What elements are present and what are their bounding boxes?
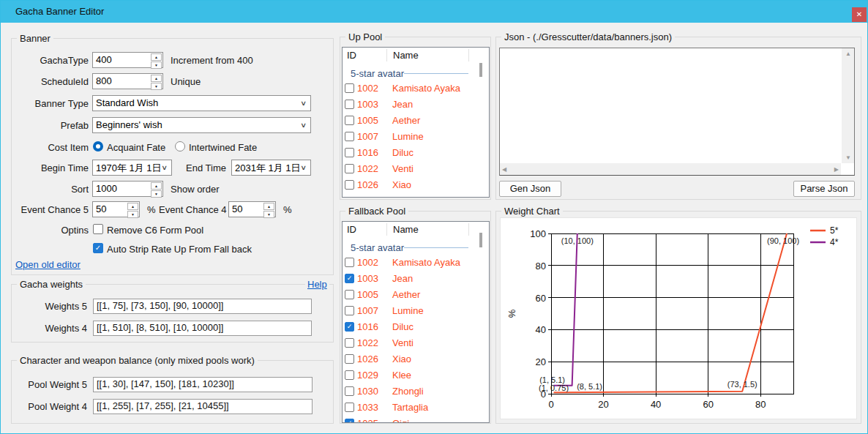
list-item[interactable]: ✓1016Diluc: [343, 319, 483, 335]
sort-hint: Show order: [171, 184, 219, 195]
intertwined-fate-radio[interactable]: [175, 141, 185, 151]
help-link[interactable]: Help: [305, 279, 329, 290]
weights-5-input[interactable]: [[1, 75], [73, 150], [90, 10000]]: [93, 299, 312, 314]
spinner-up-icon[interactable]: ▲: [151, 75, 162, 82]
sort-input[interactable]: 1000 ▲▼: [92, 181, 163, 197]
row-checkbox[interactable]: [345, 386, 354, 396]
list-item[interactable]: 1022Venti: [343, 161, 483, 177]
list-item[interactable]: 1026Xiao: [343, 351, 483, 367]
end-time-label: End Time: [176, 162, 226, 173]
row-checkbox[interactable]: [345, 403, 354, 412]
list-item[interactable]: ✓1035Qiqi: [343, 416, 483, 422]
weights-5-label: Weights 5: [11, 301, 87, 312]
list-item[interactable]: 1007Lumine: [343, 129, 483, 145]
gachatype-input[interactable]: 400 ▲▼: [92, 52, 163, 68]
event-chance-4-label: Event Chance 4: [159, 204, 225, 215]
svg-text:4*: 4*: [830, 237, 839, 247]
row-checkbox[interactable]: [345, 132, 354, 141]
row-checkbox[interactable]: [345, 83, 354, 93]
row-checkbox[interactable]: ✓: [345, 419, 354, 422]
vertical-scrollbar[interactable]: ▲ ▼: [842, 48, 854, 163]
weights-4-label: Weights 4: [11, 323, 87, 334]
acquaint-fate-radio[interactable]: [93, 141, 103, 151]
row-checkbox[interactable]: ✓: [345, 322, 354, 332]
row-checkbox[interactable]: [345, 370, 354, 380]
weight-chart-group-label: Weight Chart: [501, 206, 563, 217]
row-name: Xiao: [392, 353, 411, 364]
list-item[interactable]: 1007Lumine: [343, 303, 483, 319]
weight-chart: 020406080020406080100%5*4*(10, 100)(90, …: [501, 218, 858, 420]
list-item[interactable]: 1029Klee: [343, 367, 483, 384]
scroll-up-icon[interactable]: ▲: [845, 50, 851, 57]
begin-time-picker[interactable]: 1970年 1月 1日 ∨: [92, 160, 172, 176]
spinner-down-icon[interactable]: ▼: [127, 211, 138, 218]
list-item[interactable]: 1033Tartaglia: [343, 400, 483, 416]
scroll-left-icon[interactable]: ◀: [502, 166, 506, 173]
list-item[interactable]: ✓1003Jean: [343, 271, 483, 287]
scheduleid-input[interactable]: 800 ▲▼: [92, 73, 163, 89]
row-name: Aether: [392, 289, 420, 300]
close-button[interactable]: ✕: [852, 7, 867, 22]
scheduleid-value: 800: [96, 75, 112, 86]
weights-4-input[interactable]: [[1, 510], [8, 510], [10, 10000]]: [93, 321, 312, 336]
spinner-up-icon[interactable]: ▲: [127, 203, 138, 210]
end-time-picker[interactable]: 2031年 1月 1日 ∨: [231, 160, 311, 176]
fallback-pool-list[interactable]: ID Name 5-star avatar 1002Kamisato Ayaka…: [342, 221, 490, 423]
banner-type-label: Banner Type: [11, 98, 89, 109]
banner-type-select[interactable]: Standard Wish ∨: [92, 95, 311, 111]
event-chance-5-input[interactable]: 50 ▲▼: [92, 201, 140, 217]
up-pool-list[interactable]: ID Name 5-star avatar 1002Kamisato Ayaka…: [342, 47, 490, 198]
svg-text:(8, 5.1): (8, 5.1): [577, 382, 602, 391]
row-name: Lumine: [392, 131, 424, 142]
prefab-label: Prefab: [11, 120, 89, 131]
row-checkbox[interactable]: [345, 258, 354, 267]
spinner-down-icon[interactable]: ▼: [263, 211, 274, 218]
list-item[interactable]: 1005Aether: [343, 287, 483, 303]
remove-c6-checkbox[interactable]: [93, 224, 103, 234]
json-textarea[interactable]: [500, 48, 842, 163]
list-item[interactable]: 1003Jean: [343, 97, 483, 113]
svg-text:(10, 100): (10, 100): [561, 236, 594, 245]
row-checkbox[interactable]: [345, 354, 354, 364]
list-item[interactable]: 1026Xiao: [343, 177, 483, 193]
row-checkbox[interactable]: ✓: [345, 274, 354, 283]
gachatype-value: 400: [96, 54, 112, 65]
spinner-up-icon[interactable]: ▲: [151, 182, 162, 190]
row-checkbox[interactable]: [345, 116, 354, 125]
spinner-up-icon[interactable]: ▲: [151, 53, 162, 61]
row-checkbox[interactable]: [345, 180, 354, 190]
row-checkbox[interactable]: [345, 100, 354, 109]
list-item[interactable]: 1002Kamisato Ayaka: [343, 81, 483, 97]
spinner-down-icon[interactable]: ▼: [151, 61, 162, 69]
spinner-up-icon[interactable]: ▲: [263, 203, 274, 210]
row-checkbox[interactable]: [345, 148, 354, 157]
spinner-down-icon[interactable]: ▼: [151, 83, 162, 90]
horizontal-scrollbar[interactable]: ◀ ▶: [500, 163, 841, 175]
gen-json-button[interactable]: Gen Json: [499, 181, 561, 197]
titlebar[interactable]: Gacha Banner Editor ✕: [1, 1, 868, 23]
row-checkbox[interactable]: [345, 290, 354, 299]
scroll-right-icon[interactable]: ▶: [834, 166, 839, 173]
list-item[interactable]: 1016Diluc: [343, 145, 483, 161]
open-old-editor-link[interactable]: Open old editor: [15, 259, 81, 270]
balance-group-label: Character and weapon balance (only mixed…: [17, 355, 258, 366]
auto-strip-checkbox[interactable]: ✓: [93, 243, 103, 253]
list-item[interactable]: 1002Kamisato Ayaka: [343, 255, 483, 271]
list-item[interactable]: 1005Aether: [343, 113, 483, 129]
spinner-down-icon[interactable]: ▼: [151, 190, 162, 198]
parse-json-button[interactable]: Parse Json: [793, 181, 855, 197]
gachatype-label: GachaType: [11, 55, 89, 66]
row-checkbox[interactable]: [345, 164, 354, 173]
list-item[interactable]: 1030Zhongli: [343, 384, 483, 400]
scroll-down-icon[interactable]: ▼: [845, 154, 851, 161]
pool-weight-5-input[interactable]: [[1, 30], [147, 150], [181, 10230]]: [93, 377, 313, 392]
prefab-select[interactable]: Beginners' wish ∨: [92, 117, 311, 133]
event-chance-4-input[interactable]: 50 ▲▼: [228, 201, 276, 217]
row-checkbox[interactable]: [345, 338, 354, 348]
row-id: 1005: [357, 289, 378, 300]
row-name: Kamisato Ayaka: [392, 257, 460, 268]
list-item[interactable]: 1022Venti: [343, 335, 483, 351]
pool-weight-4-input[interactable]: [[1, 255], [17, 255], [21, 10455]]: [93, 399, 313, 414]
row-checkbox[interactable]: [345, 306, 354, 315]
svg-text:(1, 5.1): (1, 5.1): [539, 375, 565, 384]
